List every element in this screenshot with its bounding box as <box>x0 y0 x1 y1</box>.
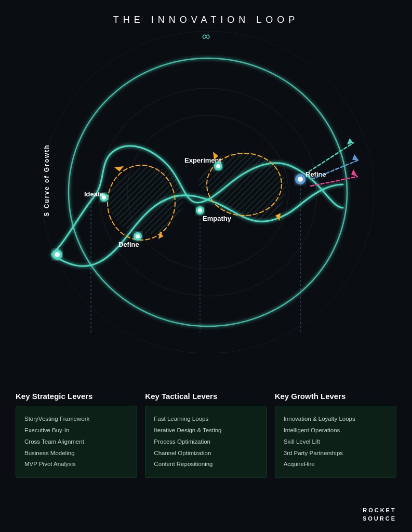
growth-levers-column: Key Growth Levers Innovation & Loyalty L… <box>275 392 396 522</box>
growth-item-2: Intelligent Operations <box>284 425 388 436</box>
svg-point-15 <box>136 234 140 238</box>
svg-marker-35 <box>351 169 357 177</box>
tactical-item-4: Channel Optimization <box>154 448 258 459</box>
main-title: THE INNOVATION LOOP <box>0 15 412 25</box>
svg-line-30 <box>309 143 353 171</box>
strategic-item-5: MVP Pivot Analysis <box>24 459 128 470</box>
logo: ROCKET SOURCE <box>363 507 396 523</box>
svg-marker-9 <box>158 231 163 239</box>
tactical-item-1: Fast Learning Loops <box>154 414 258 425</box>
svg-line-32 <box>312 160 358 179</box>
growth-item-3: Skill Level Lift <box>284 436 388 448</box>
tactical-item-5: Content Repositioning <box>154 459 258 470</box>
svg-marker-8 <box>114 166 124 171</box>
svg-text:Experiment: Experiment <box>184 156 221 164</box>
strategic-item-2: Executive Buy-In <box>24 425 128 436</box>
svg-marker-33 <box>352 154 358 160</box>
growth-item-1: Innovation & Loyalty Loops <box>284 414 388 425</box>
strategic-levers-column: Key Strategic Levers StoryVesting Framew… <box>16 392 137 522</box>
svg-text:Ideate: Ideate <box>84 190 104 198</box>
tactical-title: Key Tactical Levers <box>145 392 267 401</box>
tactical-item-2: Iterative Design & Testing <box>154 425 258 436</box>
tactical-levers-column: Key Tactical Levers Fast Learning Loops … <box>145 392 267 522</box>
growth-box: Innovation & Loyalty Loops Intelligent O… <box>275 406 396 478</box>
strategic-item-3: Cross Team Alignment <box>24 436 128 448</box>
logo-line2: SOURCE <box>363 515 396 523</box>
strategic-item-1: StoryVesting Framework <box>24 414 128 425</box>
tactical-box: Fast Learning Loops Iterative Design & T… <box>145 406 267 478</box>
svg-point-21 <box>298 177 303 182</box>
logo-line1: ROCKET <box>363 507 396 514</box>
growth-title: Key Growth Levers <box>275 392 396 401</box>
strategic-title: Key Strategic Levers <box>16 392 137 401</box>
tactical-item-3: Process Optimization <box>154 436 258 448</box>
svg-text:Define: Define <box>118 241 139 248</box>
svg-point-23 <box>55 252 60 257</box>
growth-item-4: 3rd Party Partnerships <box>284 448 388 459</box>
strategic-box: StoryVesting Framework Executive Buy-In … <box>16 406 137 478</box>
growth-item-5: AcquireHire <box>284 459 388 470</box>
bottom-section: Key Strategic Levers StoryVesting Framew… <box>0 381 412 532</box>
svg-point-19 <box>216 164 220 168</box>
diagram-svg: Ideate Define Empathy Experiment Refine <box>0 31 412 353</box>
svg-text:Empathy: Empathy <box>203 215 232 222</box>
strategic-item-4: Business Modeling <box>24 448 128 459</box>
